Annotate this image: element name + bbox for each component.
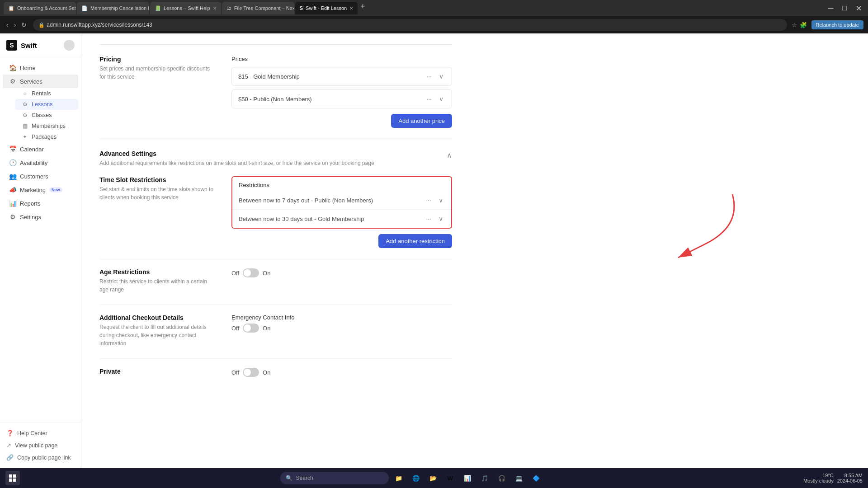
taskbar-file-explorer[interactable]: 📁 xyxy=(392,471,406,485)
svg-rect-4 xyxy=(13,479,16,482)
price-more-options-button[interactable]: ··· xyxy=(425,72,434,81)
restriction-more-options-button[interactable]: ··· xyxy=(424,196,433,205)
tab-favicon: 🗂 xyxy=(226,5,231,11)
sidebar-item-home[interactable]: 🏠 Home xyxy=(3,61,78,75)
restriction-label: Between now to 7 days out - Public (Non … xyxy=(239,197,373,204)
private-toggle[interactable] xyxy=(243,368,259,377)
nav-buttons: ‹ › ↻ xyxy=(5,20,28,29)
restriction-expand-button[interactable]: ∨ xyxy=(437,214,445,223)
taskbar-app2[interactable]: 🎵 xyxy=(477,471,492,485)
restrictions-label: Restrictions xyxy=(232,177,451,191)
add-price-button[interactable]: Add another price xyxy=(391,114,452,128)
advanced-settings-header-text: Advanced Settings Add additional require… xyxy=(99,150,374,167)
restriction-more-options-button[interactable]: ··· xyxy=(424,214,433,223)
sidebar-item-marketing[interactable]: 📣 Marketing New xyxy=(3,183,78,197)
tab-label: Lessons – Swift Help xyxy=(164,5,210,11)
price-actions: ··· ∨ xyxy=(425,94,445,103)
prices-label: Prices xyxy=(231,56,452,62)
tab-favicon: 📄 xyxy=(81,5,88,11)
age-restrictions-toggle-row: Off On xyxy=(231,268,452,277)
price-expand-button[interactable]: ∨ xyxy=(437,94,445,103)
logo-icon: S xyxy=(6,40,17,51)
address-bar[interactable]: 🔒 admin.runswiftapp.xyz/services/lessons… xyxy=(33,19,787,31)
taskbar-files[interactable]: 📂 xyxy=(426,471,440,485)
calendar-icon: 📅 xyxy=(9,145,16,153)
sidebar-item-customers[interactable]: 👥 Customers xyxy=(3,169,78,183)
new-tab-button[interactable]: + xyxy=(359,2,367,14)
extensions-icon[interactable]: 🧩 xyxy=(800,22,807,28)
sidebar-item-memberships[interactable]: ▤ Memberships xyxy=(15,121,78,131)
star-icon[interactable]: ☆ xyxy=(792,22,797,28)
sidebar-item-settings[interactable]: ⚙ Settings xyxy=(3,210,78,224)
home-icon: 🏠 xyxy=(9,64,16,71)
date-display: 2024-06-05 xyxy=(837,478,863,483)
time-slot-left: Time Slot Restrictions Set start & end l… xyxy=(99,176,217,248)
maximize-button[interactable]: □ xyxy=(840,3,849,13)
start-button[interactable] xyxy=(5,471,20,485)
sidebar-item-packages[interactable]: ✦ Packages xyxy=(15,131,78,142)
sidebar-item-availability[interactable]: 🕐 Availability xyxy=(3,156,78,169)
close-icon[interactable]: ✕ xyxy=(349,6,353,11)
sidebar-item-classes[interactable]: ⚙ Classes xyxy=(15,110,78,121)
time-slot-desc: Set start & end limits on the time slots… xyxy=(99,185,217,202)
tab-label: File Tree Component – Nextra xyxy=(234,5,294,11)
time-slot-layout: Time Slot Restrictions Set start & end l… xyxy=(99,176,452,248)
price-expand-button[interactable]: ∨ xyxy=(437,72,445,81)
taskbar-app1[interactable]: 📊 xyxy=(460,471,475,485)
additional-checkout-title: Additional Checkout Details xyxy=(99,314,217,321)
taskbar-app4[interactable]: 💻 xyxy=(512,471,526,485)
toggle-on-label: On xyxy=(263,270,270,277)
advanced-settings-header[interactable]: Advanced Settings Add additional require… xyxy=(99,150,452,167)
price-more-options-button[interactable]: ··· xyxy=(425,94,434,103)
taskbar-app3[interactable]: 🎧 xyxy=(495,471,509,485)
browser-window-controls: ─ □ ✕ xyxy=(826,3,864,14)
tab-edit-lesson[interactable]: S Swift - Edit Lesson ✕ xyxy=(295,2,358,14)
tab-favicon: 📋 xyxy=(8,5,14,11)
sidebar-item-calendar[interactable]: 📅 Calendar xyxy=(3,142,78,156)
restriction-expand-button[interactable]: ∨ xyxy=(437,196,445,205)
weather-temp: 19°C xyxy=(803,473,834,478)
age-restrictions-toggle[interactable] xyxy=(243,268,259,277)
tab-lessons-help[interactable]: 📗 Lessons – Swift Help ✕ xyxy=(150,2,221,14)
avatar[interactable] xyxy=(64,40,75,51)
sidebar-bottom-label: Copy public page link xyxy=(17,455,71,461)
help-center-link[interactable]: ❓ Help Center xyxy=(0,427,81,439)
taskbar-word[interactable]: W xyxy=(443,471,458,485)
pricing-title: Pricing xyxy=(99,56,217,63)
age-restrictions-layout: Age Restrictions Restrict this service t… xyxy=(99,268,452,294)
tab-membership[interactable]: 📄 Membership Cancellation Instr... ✕ xyxy=(77,2,149,14)
back-button[interactable]: ‹ xyxy=(5,20,10,29)
price-item-gold: $15 - Gold Membership ··· ∨ xyxy=(231,67,452,86)
sidebar-item-lessons[interactable]: ⚙ Lessons xyxy=(15,99,78,110)
taskbar-chrome[interactable]: 🌐 xyxy=(409,471,423,485)
relaunch-button[interactable]: Relaunch to update xyxy=(811,20,863,29)
add-restriction-button[interactable]: Add another restriction xyxy=(378,234,452,248)
pricing-layout: Pricing Set prices and membership-specif… xyxy=(99,56,452,128)
view-public-page-link[interactable]: ↗ View public page xyxy=(0,439,81,451)
sidebar-item-rentals[interactable]: ○ Rentals xyxy=(15,88,78,99)
taskbar-app5[interactable]: 🔷 xyxy=(529,471,543,485)
copy-public-link[interactable]: 🔗 Copy public page link xyxy=(0,451,81,464)
minimize-button[interactable]: ─ xyxy=(826,3,836,13)
private-section: Private Off On xyxy=(99,358,452,377)
taskbar-search[interactable]: 🔍 Search xyxy=(280,472,389,484)
sidebar-item-services[interactable]: ⚙ Services xyxy=(3,75,78,88)
forward-button[interactable]: › xyxy=(12,20,18,29)
toggle-knob xyxy=(244,369,251,376)
age-restrictions: Age Restrictions Restrict this service t… xyxy=(99,259,452,294)
close-icon[interactable]: ✕ xyxy=(213,6,217,11)
sidebar-logo: S Swift xyxy=(0,33,81,57)
tab-label: Onboarding & Account Setup xyxy=(17,5,76,11)
emergency-contact-toggle[interactable] xyxy=(243,324,259,333)
tab-onboarding[interactable]: 📋 Onboarding & Account Setup ✕ xyxy=(4,2,76,14)
collapse-icon[interactable]: ∧ xyxy=(447,151,452,160)
marketing-icon: 📣 xyxy=(9,186,16,193)
nav-label: Availability xyxy=(20,160,47,166)
search-placeholder: Search xyxy=(296,475,313,481)
close-window-button[interactable]: ✕ xyxy=(853,3,864,14)
age-restrictions-title: Age Restrictions xyxy=(99,268,217,276)
sidebar-item-reports[interactable]: 📊 Reports xyxy=(3,197,78,210)
tab-file-tree[interactable]: 🗂 File Tree Component – Nextra ✕ xyxy=(222,2,294,14)
refresh-button[interactable]: ↻ xyxy=(19,20,28,29)
services-icon: ⚙ xyxy=(9,78,16,85)
